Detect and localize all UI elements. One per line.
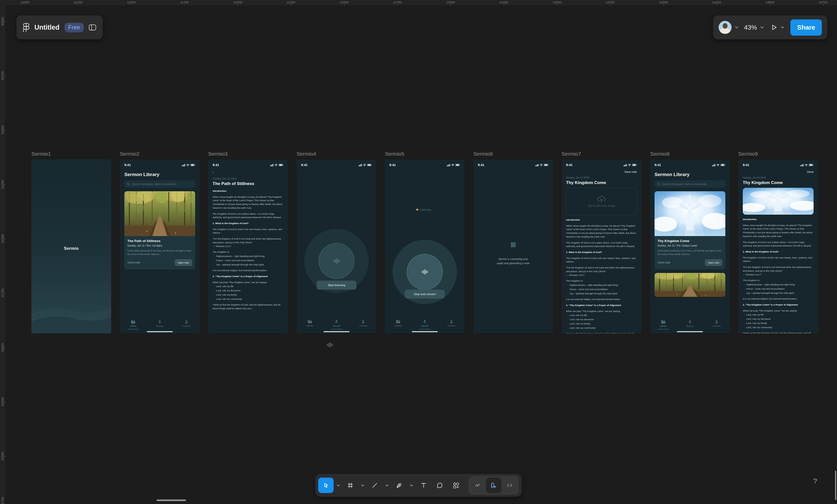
actions-tool[interactable] (448, 478, 464, 493)
cellular-signal-icon (270, 164, 273, 166)
status-bar: 9:41 (650, 160, 730, 168)
zoom-chevron-icon[interactable] (761, 26, 764, 29)
note-bullet: Lord, rule my community (213, 297, 283, 301)
frame-label[interactable]: Sermio9 (738, 151, 758, 157)
vertical-scrollbar[interactable] (835, 471, 836, 500)
person-icon (450, 320, 453, 323)
nav-item-library[interactable]: Library (297, 320, 323, 330)
avatar-chevron-icon[interactable] (735, 26, 738, 29)
frame-sermio3[interactable]: 9:41 ‹ Sunday, Dec 20 2025 The Path of S… (208, 160, 288, 333)
line-tool-chevron[interactable] (384, 478, 391, 493)
record-inner-circle[interactable] (407, 254, 443, 290)
nav-item-account[interactable]: Account (350, 320, 376, 330)
search-input[interactable]: Search messages, dates or keywords... (124, 180, 195, 188)
text-tool[interactable] (416, 478, 431, 493)
frame-tool-chevron[interactable] (359, 478, 367, 493)
present-chevron-icon[interactable] (781, 26, 784, 29)
move-tool[interactable] (318, 478, 334, 493)
frame-label[interactable]: Sermio5 (385, 151, 404, 157)
sky-cover-image (743, 188, 814, 214)
sky-cover-image (655, 191, 725, 236)
note-date: Sunday, Dec 20 2025 (213, 177, 283, 180)
code-icon (507, 482, 513, 488)
nav-item-record[interactable]: Record (677, 320, 704, 330)
note-paragraph: The Kingdom of God is God’s rule over he… (566, 257, 637, 264)
status-time: 9:41 (124, 163, 131, 167)
open-note-button[interactable]: Open note (705, 259, 722, 266)
dev-mode-button[interactable] (502, 478, 517, 493)
sermon-card[interactable]: Thy Kingdom Come Sunday, Jan 11 • Pst. D… (655, 191, 725, 269)
ruler-tick (4, 402, 5, 403)
doc-title[interactable]: Untitled (34, 24, 59, 31)
ruler-tick-label: 14750 (819, 0, 827, 4)
frame-tool[interactable] (343, 478, 358, 493)
save-note-button[interactable]: Save note (566, 170, 637, 173)
frame-sermio8[interactable]: 9:41 Sermon Library Search messages, dat… (650, 160, 730, 333)
record-inner-circle[interactable] (319, 243, 354, 279)
recording-dot (416, 209, 418, 211)
frame-sermio6[interactable]: 9:41 Sermio is converting your audio and… (473, 160, 553, 333)
note-bullet: Righteousness – right standing and right… (566, 283, 637, 287)
comment-tool[interactable] (432, 478, 448, 493)
nav-item-library[interactable]: Library (120, 320, 146, 330)
frame-label[interactable]: Sermio7 (562, 151, 581, 157)
sermon-card-partial[interactable] (655, 273, 725, 297)
frame-label[interactable]: Sermio8 (650, 151, 670, 157)
listening-label: Listening... (420, 208, 433, 211)
search-input[interactable]: Search messages, dates or keywords... (655, 180, 725, 188)
pen-tool-chevron[interactable] (408, 478, 415, 493)
frame-sermio5[interactable]: 9:41 Listening... Stop and convert Libra… (385, 160, 465, 333)
cover-upload-dropzone[interactable]: Tap to add cover image (566, 188, 637, 215)
share-button[interactable]: Share (790, 19, 822, 36)
frame-sermio1[interactable]: Sermio (31, 160, 111, 333)
wifi-icon (805, 164, 808, 166)
note-bullet: Joy – spiritual strength through the Hol… (566, 292, 637, 296)
figma-logo[interactable] (23, 23, 30, 32)
nav-item-record[interactable]: Record (146, 320, 173, 330)
battery-icon (367, 164, 372, 166)
stop-convert-button[interactable]: Stop and convert (405, 290, 445, 299)
frame-label[interactable]: Sermio6 (473, 151, 493, 157)
card-meta: Sunday, Jan 11 • Rev. Uyi Agho (127, 244, 192, 247)
frame-label[interactable]: Sermio1 (31, 151, 51, 157)
move-tool-chevron[interactable] (335, 478, 342, 493)
frame-sermio7[interactable]: 9:41 Save note Sunday, Jan 11 2026 Thy K… (562, 160, 641, 333)
done-button[interactable]: Done (743, 170, 814, 173)
nav-item-account[interactable]: Account (438, 320, 465, 330)
avatar[interactable] (718, 21, 732, 34)
nav-item-record[interactable]: Record (323, 320, 350, 330)
help-button[interactable]: ? (813, 477, 817, 485)
nav-item-library[interactable]: Library (385, 320, 411, 330)
design-mode-button[interactable] (486, 478, 501, 493)
draw-mode-button[interactable] (470, 478, 485, 493)
present-button[interactable] (771, 24, 778, 31)
nav-item-account[interactable]: Account (173, 320, 200, 330)
avatar-head (723, 23, 728, 29)
nav-label: Record (156, 325, 163, 328)
open-note-button[interactable]: Open note (175, 259, 192, 266)
status-bar: 9:41 (562, 160, 641, 168)
bottom-nav: Library Record Account (120, 320, 200, 330)
nav-item-library[interactable]: Library (650, 320, 677, 330)
forest-cover-image (655, 273, 725, 297)
back-button[interactable]: ‹ (213, 170, 283, 174)
nav-item-account[interactable]: Account (703, 320, 730, 330)
nav-item-record[interactable]: Record (411, 320, 438, 330)
plan-badge[interactable]: Free (65, 23, 84, 32)
frame-sermio4[interactable]: 9:41 Start listening Library Record Acco… (297, 160, 376, 333)
sidebar-toggle-icon[interactable] (89, 24, 96, 31)
frame-label[interactable]: Sermio2 (120, 151, 139, 157)
frame-sermio9[interactable]: 9:41 Done Sunday, Jan 11 2026 Thy Kingdo… (738, 160, 818, 333)
frame-sermio2[interactable]: 9:41 Sermon Library Search messages, dat… (120, 160, 200, 333)
horizontal-scrollbar[interactable] (157, 500, 186, 501)
frame-label[interactable]: Sermio3 (208, 151, 228, 157)
waveform-component-icon[interactable] (326, 342, 334, 348)
pen-tool[interactable] (392, 478, 407, 493)
start-listening-button[interactable]: Start listening (317, 281, 356, 290)
screen-title: Sermon Library (655, 172, 725, 177)
ruler-tick (4, 21, 5, 22)
zoom-level[interactable]: 43% (744, 24, 757, 31)
line-tool[interactable] (367, 478, 382, 493)
sermon-card[interactable]: The Path of Stillness Sunday, Jan 11 • R… (124, 191, 195, 269)
frame-label[interactable]: Sermio4 (297, 151, 316, 157)
